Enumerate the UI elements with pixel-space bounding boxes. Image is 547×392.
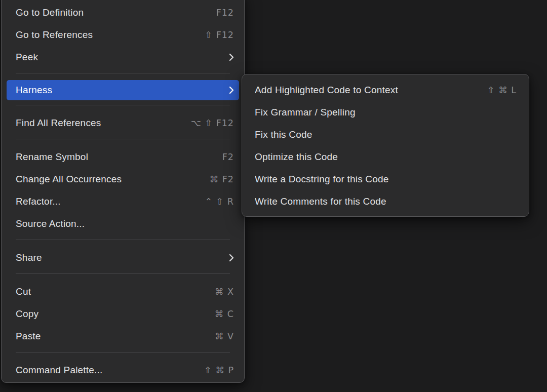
menu-item-shortcut: ⇧ ⌘ L bbox=[487, 85, 517, 95]
menu-item-label: Write Comments for this Code bbox=[255, 196, 517, 207]
submenu-item-optimize-this-code[interactable]: Optimize this Code bbox=[242, 146, 529, 168]
menu-item-label: Harness bbox=[16, 85, 217, 96]
menu-item-label: Share bbox=[16, 252, 217, 263]
menu-item-peek[interactable]: Peek bbox=[2, 46, 244, 68]
menu-separator bbox=[16, 105, 230, 105]
chevron-right-icon bbox=[229, 53, 234, 61]
menu-item-label: Copy bbox=[16, 308, 203, 320]
menu-item-label: Command Palette... bbox=[16, 365, 192, 376]
menu-item-shortcut: ⇧ ⌘ P bbox=[204, 365, 234, 375]
menu-item-shortcut: ⌘ F2 bbox=[210, 174, 234, 184]
menu-item-copy[interactable]: Copy ⌘ C bbox=[2, 303, 244, 325]
menu-item-label: Cut bbox=[16, 286, 203, 297]
menu-item-label: Fix Grammar / Spelling bbox=[255, 107, 517, 118]
menu-item-shortcut: ⌘ C bbox=[215, 309, 234, 319]
menu-item-label: Optimize this Code bbox=[255, 151, 517, 163]
menu-item-share[interactable]: Share bbox=[2, 247, 244, 269]
menu-item-label: Peek bbox=[16, 52, 217, 63]
menu-item-paste[interactable]: Paste ⌘ V bbox=[2, 325, 244, 347]
context-menu: Go to Definition F12 Go to References ⇧ … bbox=[1, 0, 245, 383]
menu-separator bbox=[16, 139, 230, 139]
menu-item-label: Add Highlighted Code to Context bbox=[255, 85, 475, 96]
menu-item-label: Change All Occurrences bbox=[16, 174, 198, 185]
menu-item-harness[interactable]: Harness bbox=[7, 80, 239, 100]
menu-item-label: Find All References bbox=[16, 117, 179, 129]
menu-item-cut[interactable]: Cut ⌘ X bbox=[2, 281, 244, 303]
menu-item-shortcut: F12 bbox=[216, 8, 234, 18]
chevron-right-icon bbox=[229, 86, 234, 94]
menu-item-shortcut: ⇧ F12 bbox=[205, 30, 234, 40]
menu-item-label: Go to References bbox=[16, 29, 192, 41]
menu-item-change-all-occurrences[interactable]: Change All Occurrences ⌘ F2 bbox=[2, 168, 244, 190]
menu-separator bbox=[16, 240, 230, 240]
menu-item-label: Go to Definition bbox=[16, 7, 204, 18]
harness-submenu: Add Highlighted Code to Context ⇧ ⌘ L Fi… bbox=[242, 74, 529, 217]
menu-item-go-to-references[interactable]: Go to References ⇧ F12 bbox=[2, 24, 244, 46]
menu-separator bbox=[16, 273, 230, 274]
menu-item-label: Refactor... bbox=[16, 196, 192, 207]
chevron-right-icon bbox=[229, 254, 234, 262]
menu-item-shortcut: ⌃ ⇧ R bbox=[205, 197, 234, 207]
menu-item-label: Source Action... bbox=[16, 218, 234, 229]
submenu-item-fix-grammar-spelling[interactable]: Fix Grammar / Spelling bbox=[242, 101, 529, 124]
submenu-item-write-a-docstring-for-this-code[interactable]: Write a Docstring for this Code bbox=[242, 168, 529, 190]
menu-item-source-action[interactable]: Source Action... bbox=[2, 213, 244, 235]
menu-item-label: Rename Symbol bbox=[16, 151, 210, 163]
menu-item-go-to-definition[interactable]: Go to Definition F12 bbox=[2, 2, 244, 24]
submenu-item-add-highlighted-code-to-context[interactable]: Add Highlighted Code to Context ⇧ ⌘ L bbox=[242, 79, 529, 101]
submenu-item-fix-this-code[interactable]: Fix this Code bbox=[242, 124, 529, 146]
menu-item-shortcut: F2 bbox=[222, 152, 234, 162]
menu-item-shortcut: ⌘ X bbox=[215, 287, 234, 297]
menu-item-label: Paste bbox=[16, 331, 203, 342]
menu-item-rename-symbol[interactable]: Rename Symbol F2 bbox=[2, 146, 244, 168]
menu-item-label: Write a Docstring for this Code bbox=[255, 174, 517, 185]
menu-item-command-palette[interactable]: Command Palette... ⇧ ⌘ P bbox=[2, 359, 244, 381]
menu-separator bbox=[16, 73, 230, 73]
menu-item-find-all-references[interactable]: Find All References ⌥ ⇧ F12 bbox=[2, 112, 244, 134]
menu-item-refactor[interactable]: Refactor... ⌃ ⇧ R bbox=[2, 190, 244, 213]
menu-item-label: Fix this Code bbox=[255, 129, 517, 140]
menu-item-shortcut: ⌥ ⇧ F12 bbox=[191, 118, 234, 128]
menu-item-shortcut: ⌘ V bbox=[215, 331, 234, 341]
menu-separator bbox=[16, 352, 230, 352]
submenu-item-write-comments-for-this-code[interactable]: Write Comments for this Code bbox=[242, 190, 529, 213]
